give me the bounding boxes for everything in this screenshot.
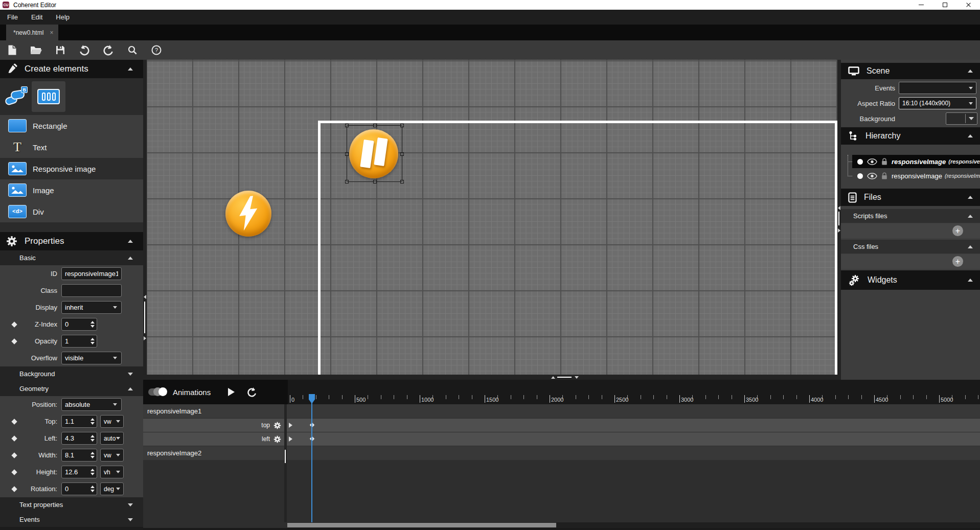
menu-help[interactable]: Help bbox=[56, 13, 70, 21]
tab-new0-html[interactable]: *new0.html × bbox=[6, 25, 58, 40]
hierarchy-header[interactable]: Hierarchy bbox=[841, 127, 980, 145]
spinner-arrows[interactable] bbox=[90, 486, 95, 492]
rotation-stepper[interactable]: 0 bbox=[61, 482, 97, 495]
display-select[interactable]: inherit bbox=[61, 301, 122, 314]
tab-close-icon[interactable]: × bbox=[50, 29, 53, 36]
top-stepper[interactable]: 1.1 bbox=[61, 415, 97, 428]
timeline-band-left[interactable] bbox=[287, 432, 980, 446]
widgets-tool-button[interactable] bbox=[32, 81, 65, 112]
add-css-button[interactable]: + bbox=[952, 256, 963, 267]
left-unit-select[interactable]: auto bbox=[100, 432, 124, 445]
refresh-button[interactable] bbox=[247, 387, 257, 397]
scroll-arrow-icon[interactable] bbox=[144, 336, 146, 340]
left-stepper[interactable]: 4.3 bbox=[61, 432, 97, 445]
resize-handle-n[interactable] bbox=[373, 124, 377, 127]
scrollbar-thumb[interactable] bbox=[285, 450, 286, 463]
spinner-arrows[interactable] bbox=[90, 321, 95, 328]
selection-box[interactable] bbox=[347, 125, 402, 182]
scroll-arrow-icon[interactable] bbox=[551, 376, 555, 379]
resize-handle-w[interactable] bbox=[345, 152, 349, 156]
zoom-button[interactable] bbox=[125, 43, 140, 57]
resize-handle-nw[interactable] bbox=[345, 124, 349, 127]
add-script-button[interactable]: + bbox=[952, 225, 963, 236]
id-input[interactable] bbox=[61, 267, 122, 280]
scrollbar-thumb[interactable] bbox=[838, 212, 839, 225]
events-select[interactable] bbox=[899, 82, 976, 94]
timeline-band-top[interactable] bbox=[287, 419, 980, 432]
hierarchy-item-selected[interactable]: responsiveImage (responsiveIma bbox=[852, 155, 980, 168]
resize-handle-sw[interactable] bbox=[345, 180, 349, 183]
css-files-header[interactable]: Css files bbox=[841, 240, 980, 254]
timeline-ruler[interactable]: 0 500 1000 1500 2000 2500 3000 3500 4000… bbox=[287, 380, 980, 404]
undo-button[interactable] bbox=[77, 43, 92, 57]
play-button[interactable] bbox=[228, 388, 235, 396]
scrollbar-thumb[interactable] bbox=[557, 377, 572, 378]
spinner-arrows[interactable] bbox=[90, 469, 95, 475]
canvas-bottom-scrollbar[interactable] bbox=[143, 375, 841, 380]
timeline-hscrollbar[interactable] bbox=[287, 522, 980, 528]
background-color-select[interactable] bbox=[946, 112, 977, 125]
node-dot-icon[interactable] bbox=[857, 173, 863, 179]
spinner-arrows[interactable] bbox=[90, 452, 95, 458]
height-stepper[interactable]: 12.6 bbox=[61, 466, 97, 478]
help-button[interactable]: ? bbox=[149, 43, 164, 57]
menu-edit[interactable]: Edit bbox=[31, 13, 42, 21]
visibility-eye-icon[interactable] bbox=[867, 173, 877, 179]
scrollbar-thumb[interactable] bbox=[144, 302, 145, 333]
resize-handle-s[interactable] bbox=[373, 180, 377, 183]
create-item-responsive-image[interactable]: Responsive image bbox=[0, 158, 143, 179]
lock-icon[interactable] bbox=[881, 172, 887, 180]
timeline-band-element-2[interactable] bbox=[287, 446, 980, 460]
spinner-arrows[interactable] bbox=[90, 418, 95, 425]
components-tool-button[interactable]: B bbox=[4, 86, 28, 108]
widgets-header[interactable]: Widgets bbox=[841, 270, 980, 290]
spinner-arrows[interactable] bbox=[90, 435, 95, 442]
overflow-select[interactable]: visible bbox=[61, 352, 122, 364]
visibility-eye-icon[interactable] bbox=[867, 158, 877, 165]
spinner-arrows[interactable] bbox=[90, 338, 95, 344]
create-item-image[interactable]: Image bbox=[0, 179, 143, 201]
create-item-rectangle[interactable]: Rectangle bbox=[0, 115, 143, 136]
timeline-band-element-1[interactable] bbox=[287, 404, 980, 418]
canvas-left-scrollbar[interactable] bbox=[143, 60, 147, 375]
create-elements-header[interactable]: Create elements bbox=[0, 60, 143, 78]
track-gear-icon[interactable] bbox=[274, 435, 281, 443]
minimize-button[interactable] bbox=[909, 0, 933, 10]
canvas-right-scrollbar[interactable] bbox=[837, 60, 841, 375]
section-basic[interactable]: Basic bbox=[0, 250, 143, 265]
width-unit-select[interactable]: vw bbox=[100, 449, 124, 462]
open-file-button[interactable] bbox=[29, 43, 43, 57]
track-gear-icon[interactable] bbox=[274, 422, 281, 429]
hierarchy-item[interactable]: responsiveImage (responsiveImage bbox=[852, 170, 980, 182]
scroll-arrow-icon[interactable] bbox=[144, 295, 146, 299]
timeline-left-scroll-rail[interactable] bbox=[284, 404, 287, 522]
create-item-div[interactable]: <d> Div bbox=[0, 201, 143, 222]
new-file-button[interactable] bbox=[5, 43, 19, 57]
save-button[interactable] bbox=[53, 43, 67, 57]
opacity-stepper[interactable]: 1 bbox=[61, 335, 97, 348]
scripts-files-header[interactable]: Scripts files bbox=[841, 209, 980, 223]
files-header[interactable]: Files bbox=[841, 189, 980, 206]
canvas-element-responsive-image-2[interactable] bbox=[225, 191, 271, 237]
section-events[interactable]: Events bbox=[0, 512, 143, 527]
timeline-track-top[interactable]: top bbox=[143, 419, 287, 432]
animations-toggle[interactable] bbox=[148, 388, 167, 396]
timeline-element-row-1[interactable]: responsiveImage1 bbox=[143, 404, 287, 418]
maximize-button[interactable] bbox=[933, 0, 956, 10]
close-button[interactable] bbox=[956, 0, 980, 10]
scrollbar-thumb[interactable] bbox=[287, 523, 556, 527]
class-input[interactable] bbox=[61, 284, 122, 297]
timeline-track-left[interactable]: left bbox=[143, 432, 287, 446]
top-unit-select[interactable]: vw bbox=[100, 415, 124, 428]
scroll-arrow-icon[interactable] bbox=[838, 206, 840, 210]
scene-header[interactable]: Scene bbox=[841, 63, 980, 79]
resize-handle-ne[interactable] bbox=[400, 124, 404, 127]
canvas[interactable] bbox=[143, 60, 841, 375]
section-geometry[interactable]: Geometry bbox=[0, 381, 143, 396]
zindex-stepper[interactable]: 0 bbox=[61, 318, 97, 331]
section-background[interactable]: Background bbox=[0, 366, 143, 381]
menu-file[interactable]: File bbox=[7, 13, 18, 21]
height-unit-select[interactable]: vh bbox=[100, 466, 124, 478]
scroll-arrow-icon[interactable] bbox=[838, 228, 840, 233]
timeline-element-row-2[interactable]: responsiveImage2 bbox=[143, 446, 287, 460]
